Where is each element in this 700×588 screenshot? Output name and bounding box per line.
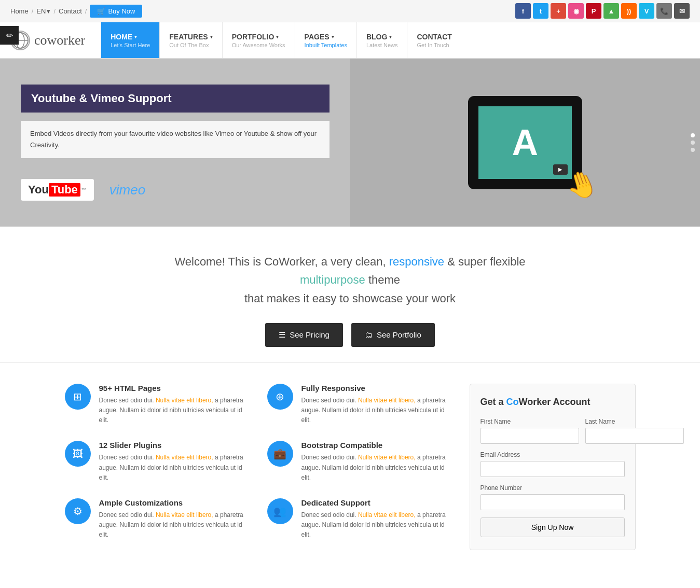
support-content: Dedicated Support Donec sed odio dui. Nu… bbox=[301, 498, 454, 540]
sep2: / bbox=[53, 7, 56, 15]
portfolio-arrow-icon: ▾ bbox=[276, 34, 279, 39]
hero-section: Youtube & Vimeo Support Embed Videos dir… bbox=[0, 59, 700, 227]
features-col-left: ⊞ 95+ HTML Pages Donec sed odio dui. Nul… bbox=[65, 384, 252, 550]
bootstrap-title: Bootstrap Compatible bbox=[301, 441, 454, 450]
email-input[interactable] bbox=[481, 461, 625, 477]
cart-icon: 🛒 bbox=[97, 7, 105, 15]
buy-now-button[interactable]: 🛒 Buy Now bbox=[90, 5, 142, 18]
multipurpose-highlight: multipurpose bbox=[300, 273, 365, 286]
tablet-screen: A ▶ bbox=[478, 106, 572, 179]
phone-label: Phone Number bbox=[481, 484, 625, 492]
last-name-group: Last Name bbox=[585, 418, 684, 444]
phone-input[interactable] bbox=[481, 494, 625, 510]
nav-item-portfolio[interactable]: PORTFOLIO ▾ Our Awesome Works bbox=[222, 22, 295, 58]
hero-description: Embed Videos directly from your favourit… bbox=[21, 121, 330, 158]
hero-right: A ▶ 🤚 bbox=[350, 59, 701, 227]
responsive-highlight: responsive bbox=[389, 255, 444, 268]
support-link[interactable]: Nulla vitae elit libero, bbox=[358, 511, 416, 519]
html-pages-title: 95+ HTML Pages bbox=[99, 384, 252, 393]
home-link[interactable]: Home bbox=[10, 7, 29, 15]
feature-support: 👥 Dedicated Support Donec sed odio dui. … bbox=[267, 498, 454, 540]
nav-items: HOME ▾ Let's Start Here FEATURES ▾ Out O… bbox=[101, 22, 461, 58]
responsive-icon: ⊕ bbox=[267, 384, 293, 410]
bootstrap-link[interactable]: Nulla vitae elit libero, bbox=[358, 454, 416, 461]
vimeo-icon[interactable]: V bbox=[639, 3, 654, 19]
phone-icon[interactable]: 📞 bbox=[656, 3, 672, 19]
home-arrow-icon: ▾ bbox=[134, 34, 137, 39]
welcome-line2: & super flexible bbox=[447, 255, 525, 268]
last-name-label: Last Name bbox=[585, 418, 684, 425]
slider-desc: Donec sed odio dui. Nulla vitae elit lib… bbox=[99, 453, 252, 483]
treehouse-icon[interactable]: ▲ bbox=[603, 3, 619, 19]
features-arrow-icon: ▾ bbox=[210, 34, 213, 39]
slider-icon: 🖼 bbox=[65, 441, 91, 467]
google-plus-icon[interactable]: + bbox=[551, 3, 566, 19]
feature-responsive: ⊕ Fully Responsive Donec sed odio dui. N… bbox=[267, 384, 454, 426]
html-pages-link[interactable]: Nulla vitae elit libero, bbox=[156, 397, 213, 404]
feature-slider-plugins: 🖼 12 Slider Plugins Donec sed odio dui. … bbox=[65, 441, 252, 483]
youtube-logo: YouTube™ bbox=[21, 179, 94, 201]
dot-1[interactable] bbox=[691, 133, 695, 137]
responsive-content: Fully Responsive Donec sed odio dui. Nul… bbox=[301, 384, 454, 426]
vimeo-logo: vimeo bbox=[109, 182, 145, 198]
html-pages-icon: ⊞ bbox=[65, 384, 91, 410]
dribbble-icon[interactable]: ◉ bbox=[568, 3, 584, 19]
welcome-text: Welcome! This is CoWorker, a very clean,… bbox=[169, 253, 532, 307]
pricing-icon: ☰ bbox=[279, 330, 285, 340]
name-row: First Name Last Name bbox=[481, 418, 625, 444]
top-bar: Home / EN ▾ / Contact / 🛒 Buy Now f t + … bbox=[0, 0, 700, 22]
email-icon[interactable]: ✉ bbox=[674, 3, 690, 19]
slider-title: 12 Slider Plugins bbox=[99, 441, 252, 450]
nav-item-pages[interactable]: PAGES ▾ Inbuilt Templates bbox=[295, 22, 356, 58]
language-selector[interactable]: EN ▾ bbox=[36, 7, 50, 15]
see-pricing-button[interactable]: ☰ See Pricing bbox=[265, 323, 343, 347]
pages-arrow-icon: ▾ bbox=[332, 34, 334, 39]
features-col-right: ⊕ Fully Responsive Donec sed odio dui. N… bbox=[267, 384, 454, 550]
support-icon: 👥 bbox=[267, 498, 293, 524]
facebook-icon[interactable]: f bbox=[515, 3, 531, 19]
top-bar-left: Home / EN ▾ / Contact / 🛒 Buy Now bbox=[10, 5, 142, 18]
responsive-title: Fully Responsive bbox=[301, 384, 454, 393]
portfolio-icon: 🗂 bbox=[365, 330, 373, 339]
customizations-title: Ample Customizations bbox=[99, 498, 252, 507]
last-name-input[interactable] bbox=[585, 428, 684, 444]
letter-a: A bbox=[512, 122, 538, 163]
dot-3[interactable] bbox=[691, 148, 695, 152]
slider-link[interactable]: Nulla vitae elit libero, bbox=[156, 454, 213, 461]
signup-button[interactable]: Sign Up Now bbox=[481, 517, 625, 537]
customizations-desc: Donec sed odio dui. Nulla vitae elit lib… bbox=[99, 510, 252, 540]
dot-2[interactable] bbox=[691, 141, 695, 145]
logo[interactable]: coworker bbox=[10, 31, 85, 50]
email-group: Email Address bbox=[481, 451, 625, 477]
see-portfolio-button[interactable]: 🗂 See Portfolio bbox=[351, 323, 435, 347]
tablet-mockup: A ▶ 🤚 bbox=[468, 96, 582, 189]
welcome-line3: theme bbox=[368, 273, 400, 286]
responsive-desc: Donec sed odio dui. Nulla vitae elit lib… bbox=[301, 396, 454, 426]
nav-item-home[interactable]: HOME ▾ Let's Start Here bbox=[101, 22, 159, 58]
carousel-dots bbox=[691, 133, 695, 152]
responsive-link[interactable]: Nulla vitae elit libero, bbox=[358, 397, 416, 404]
twitter-icon[interactable]: t bbox=[533, 3, 548, 19]
social-icons-bar: f t + ◉ P ▲ )) V 📞 ✉ bbox=[515, 3, 690, 19]
sep3: / bbox=[85, 7, 87, 15]
first-name-label: First Name bbox=[481, 418, 579, 425]
customizations-link[interactable]: Nulla vitae elit libero, bbox=[156, 511, 213, 519]
nav-item-blog[interactable]: BLOG ▾ Latest News bbox=[356, 22, 407, 58]
welcome-line4: that makes it easy to showcase your work bbox=[244, 292, 456, 305]
edit-fab-button[interactable]: ✏ bbox=[0, 26, 19, 45]
nav-item-contact[interactable]: CONTACT Get In Touch bbox=[407, 22, 461, 58]
signup-title: Get a CoWorker Account bbox=[481, 397, 625, 408]
html-pages-content: 95+ HTML Pages Donec sed odio dui. Nulla… bbox=[99, 384, 252, 426]
features-grid: ⊞ 95+ HTML Pages Donec sed odio dui. Nul… bbox=[65, 384, 636, 550]
bootstrap-content: Bootstrap Compatible Donec sed odio dui.… bbox=[301, 441, 454, 483]
nav-item-features[interactable]: FEATURES ▾ Out Of The Box bbox=[159, 22, 222, 58]
hero-title: Youtube & Vimeo Support bbox=[21, 85, 330, 113]
bootstrap-desc: Donec sed odio dui. Nulla vitae elit lib… bbox=[301, 453, 454, 483]
customizations-content: Ample Customizations Donec sed odio dui.… bbox=[99, 498, 252, 540]
pinterest-icon[interactable]: P bbox=[586, 3, 601, 19]
contact-link[interactable]: Contact bbox=[59, 7, 82, 15]
feature-customizations: ⚙ Ample Customizations Donec sed odio du… bbox=[65, 498, 252, 540]
rss-icon[interactable]: )) bbox=[621, 3, 637, 19]
bootstrap-icon: 💼 bbox=[267, 441, 293, 467]
first-name-input[interactable] bbox=[481, 428, 579, 444]
